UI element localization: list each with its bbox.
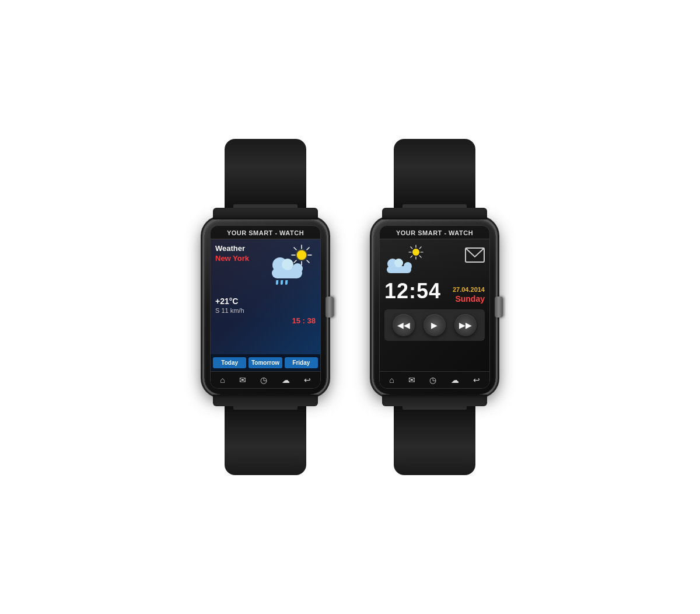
- nav-mail-icon[interactable]: ✉: [239, 375, 246, 385]
- rewind-button[interactable]: ◀◀: [393, 314, 415, 336]
- drop-2: [281, 280, 284, 285]
- clock-cloud-small: [384, 258, 414, 273]
- watch-body-1: YOUR SMART - WATCH Weather New York: [204, 219, 327, 395]
- drop-1: [276, 280, 279, 285]
- watch-body-2: YOUR SMART - WATCH: [373, 219, 496, 395]
- clock-nav: ⌂ ✉ ◷ ☁ ↩: [380, 371, 489, 388]
- nav2-clock-icon[interactable]: ◷: [429, 375, 436, 385]
- clock-mid-row: 12:54 27.04.2014 Sunday: [384, 277, 485, 303]
- svg-line-15: [419, 256, 421, 257]
- band-top-1: [225, 139, 306, 209]
- clock-weather-icon: [384, 244, 424, 273]
- cloud-bump3: [292, 263, 303, 274]
- svg-line-16: [419, 247, 421, 249]
- screen-2: YOUR SMART - WATCH: [379, 225, 490, 389]
- cloud-body: [269, 261, 305, 278]
- weather-tabs: Today Tomorrow Friday: [211, 354, 320, 371]
- weather-temp: +21°C: [215, 296, 316, 306]
- weather-info-row: Weather New York: [215, 244, 316, 285]
- clock-main: 12:54 27.04.2014 Sunday ◀◀: [380, 239, 489, 371]
- connector-top-2: [382, 208, 487, 219]
- weather-text: Weather New York: [215, 244, 249, 263]
- nav2-back-icon[interactable]: ↩: [473, 375, 480, 385]
- watch-clock: YOUR SMART - WATCH: [373, 139, 496, 475]
- watch2-title: YOUR SMART - WATCH: [380, 226, 489, 239]
- play-button[interactable]: ▶: [424, 314, 446, 336]
- tab-today[interactable]: Today: [213, 357, 246, 368]
- svg-point-0: [297, 250, 306, 260]
- drop-3: [285, 280, 288, 285]
- clock-date: 27.04.2014: [453, 286, 485, 293]
- band-top-2: [394, 139, 475, 209]
- nav-clock-icon[interactable]: ◷: [260, 375, 267, 385]
- weather-city: New York: [215, 254, 249, 263]
- clock-date-block: 27.04.2014 Sunday: [453, 286, 485, 303]
- nav-cloud-icon[interactable]: ☁: [282, 375, 290, 385]
- weather-icon-area: [269, 244, 316, 285]
- nav-home-icon[interactable]: ⌂: [220, 375, 225, 385]
- nav2-mail-icon[interactable]: ✉: [408, 375, 415, 385]
- cloud-bump2: [282, 259, 293, 270]
- clock-day: Sunday: [453, 294, 485, 303]
- watch-weather: YOUR SMART - WATCH Weather New York: [204, 139, 327, 475]
- nav-back-icon[interactable]: ↩: [304, 375, 311, 385]
- connector-bottom-1: [213, 395, 318, 406]
- watches-container: YOUR SMART - WATCH Weather New York: [204, 139, 496, 475]
- watch1-title: YOUR SMART - WATCH: [211, 226, 320, 239]
- band-bottom-2: [394, 405, 475, 475]
- screen-1: YOUR SMART - WATCH Weather New York: [210, 225, 321, 389]
- cloud-icon: [269, 261, 305, 285]
- crown-2: [495, 296, 503, 318]
- play-icon: ▶: [431, 320, 438, 330]
- clock-app: YOUR SMART - WATCH: [380, 226, 489, 388]
- weather-app: YOUR SMART - WATCH Weather New York: [211, 226, 320, 388]
- weather-main: Weather New York: [211, 239, 320, 354]
- crown-1: [326, 296, 334, 318]
- rewind-icon: ◀◀: [397, 320, 410, 330]
- clock-time: 12:54: [384, 279, 441, 303]
- mail-envelope: [465, 244, 485, 263]
- clock-top-row: [384, 244, 485, 273]
- weather-time: 15 : 38: [215, 316, 316, 325]
- band-bottom-1: [225, 405, 306, 475]
- connector-bottom-2: [382, 395, 487, 406]
- tab-tomorrow[interactable]: Tomorrow: [249, 357, 282, 368]
- player-section: ◀◀ ▶ ▶▶: [384, 309, 485, 341]
- nav2-home-icon[interactable]: ⌂: [389, 375, 394, 385]
- rain-drops: [276, 280, 305, 285]
- mail-icon-svg: [465, 247, 485, 263]
- nav2-cloud-icon[interactable]: ☁: [451, 375, 459, 385]
- tab-friday[interactable]: Friday: [285, 357, 318, 368]
- svg-line-6: [307, 260, 309, 263]
- svg-line-17: [411, 256, 412, 257]
- svg-point-9: [412, 249, 419, 256]
- svg-line-5: [294, 247, 296, 250]
- weather-nav: ⌂ ✉ ◷ ☁ ↩: [211, 371, 320, 388]
- forward-button[interactable]: ▶▶: [454, 314, 477, 336]
- forward-icon: ▶▶: [459, 320, 472, 330]
- svg-line-14: [411, 247, 412, 249]
- weather-wind: S 11 km/h: [215, 307, 316, 314]
- connector-top-1: [213, 208, 318, 219]
- svg-line-7: [307, 247, 309, 250]
- weather-label: Weather: [215, 244, 249, 253]
